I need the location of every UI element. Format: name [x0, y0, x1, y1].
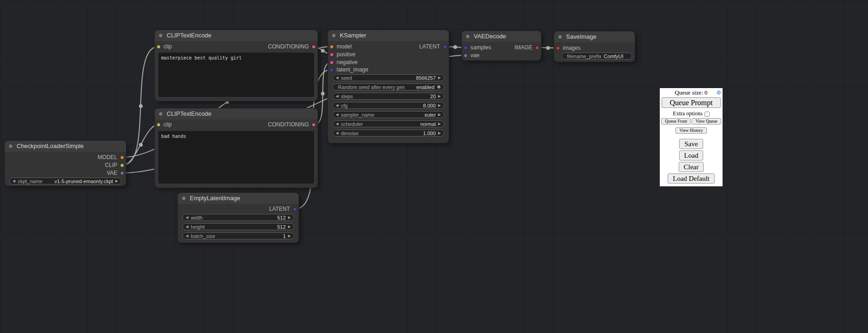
widget-value[interactable]: 8566257 — [416, 75, 436, 81]
node-ksampler[interactable]: KSampler model LATENT positive negative … — [328, 30, 449, 143]
widget-label: sampler_name — [341, 112, 374, 118]
image-output-slot[interactable] — [535, 46, 539, 50]
samples-input-slot[interactable] — [464, 46, 468, 50]
clip-output-slot[interactable] — [120, 163, 124, 167]
queue-prompt-button[interactable]: Queue Prompt — [662, 97, 721, 108]
widget-value[interactable]: 20 — [430, 94, 436, 99]
negative-prompt-textarea[interactable]: bad hands — [158, 131, 314, 184]
widget-value[interactable]: 512 — [277, 215, 285, 220]
cfg-number-widget[interactable]: ◀ cfg 8.000 ▶ — [332, 102, 444, 109]
widget-value[interactable]: 512 — [277, 224, 285, 230]
decrement-arrow-icon[interactable]: ◀ — [336, 131, 338, 135]
decrement-arrow-icon[interactable]: ◀ — [12, 179, 15, 183]
latent-output-slot[interactable] — [443, 45, 447, 49]
increment-arrow-icon[interactable]: ▶ — [438, 122, 441, 126]
node-clip-text-encode-positive[interactable]: CLIPTextEncode clip CONDITIONING masterp… — [155, 30, 318, 101]
node-title-bar[interactable]: EmptyLatentImage — [178, 193, 299, 204]
collapse-dot-icon[interactable] — [181, 196, 186, 201]
decrement-arrow-icon[interactable]: ◀ — [186, 225, 188, 229]
vae-output-slot[interactable] — [120, 171, 124, 175]
decrement-arrow-icon[interactable]: ◀ — [186, 216, 188, 220]
increment-arrow-icon[interactable]: ▶ — [438, 113, 441, 117]
vae-input-slot[interactable] — [464, 54, 468, 58]
scheduler-combo-widget[interactable]: ◀ scheduler normal ▶ — [332, 120, 444, 127]
increment-arrow-icon[interactable]: ▶ — [115, 179, 118, 183]
decrement-arrow-icon[interactable]: ◀ — [336, 76, 338, 80]
images-input-slot[interactable] — [556, 46, 560, 50]
conditioning-output-slot[interactable] — [312, 45, 316, 49]
decrement-arrow-icon[interactable]: ◀ — [186, 234, 188, 238]
view-history-button[interactable]: View History — [675, 127, 707, 134]
node-clip-text-encode-negative[interactable]: CLIPTextEncode clip CONDITIONING bad han… — [155, 108, 318, 188]
node-save-image[interactable]: SaveImage images filename_prefix ComfyUI — [554, 31, 635, 62]
save-button[interactable]: Save — [679, 139, 703, 149]
latent-image-input-slot[interactable] — [330, 68, 334, 72]
collapse-dot-icon[interactable] — [158, 112, 163, 116]
extra-options-checkbox[interactable] — [705, 112, 710, 117]
load-button[interactable]: Load — [679, 150, 704, 161]
positive-prompt-textarea[interactable]: masterpiece best quality girl — [158, 53, 314, 97]
ckpt-name-combo-widget[interactable]: ◀ ckpt_name v1-5-pruned-emaonly.ckpt ▶ — [9, 178, 121, 184]
model-output-slot[interactable] — [120, 155, 124, 160]
collapse-dot-icon[interactable] — [558, 35, 562, 39]
link-midpoint-dot — [321, 49, 325, 53]
collapse-dot-icon[interactable] — [158, 33, 163, 38]
conditioning-output-slot[interactable] — [312, 123, 316, 127]
width-number-widget[interactable]: ◀ width 512 ▶ — [182, 214, 294, 221]
widget-value[interactable]: 1.000 — [423, 131, 436, 136]
queue-front-button[interactable]: Queue Front — [661, 118, 691, 125]
widget-value[interactable]: euler — [424, 112, 435, 118]
clip-input-slot[interactable] — [157, 45, 161, 49]
latent-output-slot[interactable] — [293, 207, 297, 211]
node-title-bar[interactable]: CLIPTextEncode — [155, 30, 318, 41]
random-seed-toggle-widget[interactable]: Random seed after every gen enabled — [332, 83, 444, 90]
seed-number-widget[interactable]: ◀ seed 8566257 ▶ — [332, 74, 444, 81]
widget-value[interactable]: enabled — [416, 84, 434, 90]
positive-input-slot[interactable] — [330, 53, 334, 57]
collapse-dot-icon[interactable] — [332, 33, 336, 38]
node-title-bar[interactable]: CheckpointLoaderSimple — [5, 141, 126, 152]
node-title-bar[interactable]: KSampler — [328, 30, 449, 41]
increment-arrow-icon[interactable]: ▶ — [288, 225, 291, 229]
clear-button[interactable]: Clear — [679, 162, 704, 172]
model-input-slot[interactable] — [330, 45, 334, 49]
input-label: images — [563, 45, 581, 51]
node-empty-latent-image[interactable]: EmptyLatentImage LATENT ◀ width 512 ▶ ◀ … — [178, 193, 299, 243]
collapse-dot-icon[interactable] — [8, 144, 13, 149]
node-vae-decode[interactable]: VAEDecode samples IMAGE vae — [462, 31, 541, 60]
toggle-on-indicator[interactable] — [437, 85, 441, 89]
widget-value[interactable]: 8.000 — [423, 103, 436, 108]
batch-size-number-widget[interactable]: ◀ batch_size 1 ▶ — [182, 232, 294, 239]
widget-value[interactable]: v1-5-pruned-emaonly.ckpt — [54, 178, 113, 184]
decrement-arrow-icon[interactable]: ◀ — [336, 104, 338, 107]
settings-gear-icon[interactable]: ⚙ — [716, 89, 721, 96]
height-number-widget[interactable]: ◀ height 512 ▶ — [182, 223, 294, 230]
denoise-number-widget[interactable]: ◀ denoise 1.000 ▶ — [332, 130, 444, 137]
clip-input-slot[interactable] — [157, 123, 161, 127]
collapse-dot-icon[interactable] — [465, 34, 470, 39]
increment-arrow-icon[interactable]: ▶ — [438, 131, 441, 135]
steps-number-widget[interactable]: ◀ steps 20 ▶ — [332, 93, 444, 100]
decrement-arrow-icon[interactable]: ◀ — [336, 122, 338, 126]
node-checkpoint-loader-simple[interactable]: CheckpointLoaderSimple MODEL CLIP VAE ◀ … — [5, 141, 126, 186]
increment-arrow-icon[interactable]: ▶ — [288, 234, 291, 238]
node-title: CheckpointLoaderSimple — [17, 143, 84, 149]
node-title-bar[interactable]: VAEDecode — [462, 31, 541, 42]
increment-arrow-icon[interactable]: ▶ — [438, 104, 441, 107]
decrement-arrow-icon[interactable]: ◀ — [336, 95, 338, 98]
widget-value[interactable]: normal — [420, 121, 436, 127]
filename-prefix-text-widget[interactable]: filename_prefix ComfyUI — [561, 53, 632, 59]
node-graph-canvas[interactable]: CheckpointLoaderSimple MODEL CLIP VAE ◀ … — [0, 0, 868, 333]
negative-input-slot[interactable] — [330, 60, 334, 65]
increment-arrow-icon[interactable]: ▶ — [438, 95, 441, 98]
view-queue-button[interactable]: View Queue — [692, 118, 721, 125]
widget-value[interactable]: ComfyUI — [604, 54, 624, 59]
increment-arrow-icon[interactable]: ▶ — [288, 216, 291, 220]
increment-arrow-icon[interactable]: ▶ — [438, 76, 441, 80]
sampler-name-combo-widget[interactable]: ◀ sampler_name euler ▶ — [332, 111, 444, 118]
node-title-bar[interactable]: CLIPTextEncode — [155, 108, 318, 119]
load-default-button[interactable]: Load Default — [668, 173, 715, 184]
decrement-arrow-icon[interactable]: ◀ — [336, 113, 338, 117]
widget-value[interactable]: 1 — [283, 233, 286, 239]
node-title-bar[interactable]: SaveImage — [554, 31, 635, 42]
